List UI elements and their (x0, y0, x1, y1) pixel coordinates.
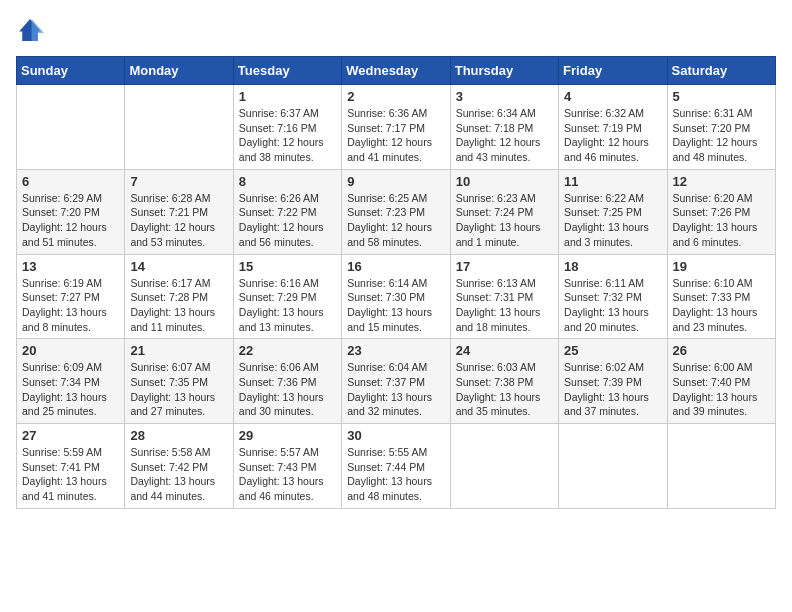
calendar: SundayMondayTuesdayWednesdayThursdayFrid… (16, 56, 776, 509)
day-info: Sunrise: 6:09 AM Sunset: 7:34 PM Dayligh… (22, 360, 119, 419)
day-number: 2 (347, 89, 444, 104)
day-number: 8 (239, 174, 336, 189)
day-info: Sunrise: 6:22 AM Sunset: 7:25 PM Dayligh… (564, 191, 661, 250)
day-number: 7 (130, 174, 227, 189)
day-number: 24 (456, 343, 553, 358)
day-info: Sunrise: 6:29 AM Sunset: 7:20 PM Dayligh… (22, 191, 119, 250)
day-info: Sunrise: 6:28 AM Sunset: 7:21 PM Dayligh… (130, 191, 227, 250)
day-number: 13 (22, 259, 119, 274)
day-number: 22 (239, 343, 336, 358)
calendar-cell (667, 424, 775, 509)
calendar-cell: 20Sunrise: 6:09 AM Sunset: 7:34 PM Dayli… (17, 339, 125, 424)
calendar-day-header: Wednesday (342, 57, 450, 85)
day-number: 10 (456, 174, 553, 189)
calendar-cell (125, 85, 233, 170)
calendar-day-header: Thursday (450, 57, 558, 85)
day-info: Sunrise: 6:20 AM Sunset: 7:26 PM Dayligh… (673, 191, 770, 250)
calendar-cell: 9Sunrise: 6:25 AM Sunset: 7:23 PM Daylig… (342, 169, 450, 254)
day-info: Sunrise: 5:57 AM Sunset: 7:43 PM Dayligh… (239, 445, 336, 504)
day-number: 17 (456, 259, 553, 274)
svg-marker-1 (32, 19, 44, 41)
calendar-cell: 11Sunrise: 6:22 AM Sunset: 7:25 PM Dayli… (559, 169, 667, 254)
calendar-cell: 19Sunrise: 6:10 AM Sunset: 7:33 PM Dayli… (667, 254, 775, 339)
day-number: 23 (347, 343, 444, 358)
day-info: Sunrise: 6:06 AM Sunset: 7:36 PM Dayligh… (239, 360, 336, 419)
calendar-cell: 13Sunrise: 6:19 AM Sunset: 7:27 PM Dayli… (17, 254, 125, 339)
day-info: Sunrise: 6:04 AM Sunset: 7:37 PM Dayligh… (347, 360, 444, 419)
day-number: 18 (564, 259, 661, 274)
calendar-cell: 4Sunrise: 6:32 AM Sunset: 7:19 PM Daylig… (559, 85, 667, 170)
calendar-cell: 16Sunrise: 6:14 AM Sunset: 7:30 PM Dayli… (342, 254, 450, 339)
calendar-cell: 12Sunrise: 6:20 AM Sunset: 7:26 PM Dayli… (667, 169, 775, 254)
calendar-day-header: Saturday (667, 57, 775, 85)
day-info: Sunrise: 6:16 AM Sunset: 7:29 PM Dayligh… (239, 276, 336, 335)
calendar-cell (17, 85, 125, 170)
calendar-cell: 27Sunrise: 5:59 AM Sunset: 7:41 PM Dayli… (17, 424, 125, 509)
calendar-cell: 23Sunrise: 6:04 AM Sunset: 7:37 PM Dayli… (342, 339, 450, 424)
day-number: 5 (673, 89, 770, 104)
logo-icon (16, 16, 44, 44)
day-number: 30 (347, 428, 444, 443)
calendar-day-header: Tuesday (233, 57, 341, 85)
calendar-cell: 25Sunrise: 6:02 AM Sunset: 7:39 PM Dayli… (559, 339, 667, 424)
calendar-cell: 6Sunrise: 6:29 AM Sunset: 7:20 PM Daylig… (17, 169, 125, 254)
calendar-cell (559, 424, 667, 509)
day-number: 26 (673, 343, 770, 358)
calendar-header-row: SundayMondayTuesdayWednesdayThursdayFrid… (17, 57, 776, 85)
calendar-cell: 24Sunrise: 6:03 AM Sunset: 7:38 PM Dayli… (450, 339, 558, 424)
day-info: Sunrise: 6:00 AM Sunset: 7:40 PM Dayligh… (673, 360, 770, 419)
day-number: 6 (22, 174, 119, 189)
day-info: Sunrise: 6:13 AM Sunset: 7:31 PM Dayligh… (456, 276, 553, 335)
day-info: Sunrise: 6:02 AM Sunset: 7:39 PM Dayligh… (564, 360, 661, 419)
day-number: 3 (456, 89, 553, 104)
calendar-cell: 30Sunrise: 5:55 AM Sunset: 7:44 PM Dayli… (342, 424, 450, 509)
page-header (16, 16, 776, 44)
day-info: Sunrise: 6:23 AM Sunset: 7:24 PM Dayligh… (456, 191, 553, 250)
calendar-cell: 3Sunrise: 6:34 AM Sunset: 7:18 PM Daylig… (450, 85, 558, 170)
day-info: Sunrise: 6:03 AM Sunset: 7:38 PM Dayligh… (456, 360, 553, 419)
calendar-week-row: 27Sunrise: 5:59 AM Sunset: 7:41 PM Dayli… (17, 424, 776, 509)
calendar-cell: 7Sunrise: 6:28 AM Sunset: 7:21 PM Daylig… (125, 169, 233, 254)
calendar-cell: 10Sunrise: 6:23 AM Sunset: 7:24 PM Dayli… (450, 169, 558, 254)
calendar-cell: 2Sunrise: 6:36 AM Sunset: 7:17 PM Daylig… (342, 85, 450, 170)
calendar-week-row: 6Sunrise: 6:29 AM Sunset: 7:20 PM Daylig… (17, 169, 776, 254)
day-info: Sunrise: 6:17 AM Sunset: 7:28 PM Dayligh… (130, 276, 227, 335)
day-info: Sunrise: 6:07 AM Sunset: 7:35 PM Dayligh… (130, 360, 227, 419)
day-info: Sunrise: 6:10 AM Sunset: 7:33 PM Dayligh… (673, 276, 770, 335)
calendar-week-row: 13Sunrise: 6:19 AM Sunset: 7:27 PM Dayli… (17, 254, 776, 339)
day-info: Sunrise: 6:25 AM Sunset: 7:23 PM Dayligh… (347, 191, 444, 250)
calendar-cell (450, 424, 558, 509)
calendar-cell: 28Sunrise: 5:58 AM Sunset: 7:42 PM Dayli… (125, 424, 233, 509)
day-number: 20 (22, 343, 119, 358)
calendar-cell: 1Sunrise: 6:37 AM Sunset: 7:16 PM Daylig… (233, 85, 341, 170)
calendar-cell: 22Sunrise: 6:06 AM Sunset: 7:36 PM Dayli… (233, 339, 341, 424)
day-number: 21 (130, 343, 227, 358)
calendar-cell: 29Sunrise: 5:57 AM Sunset: 7:43 PM Dayli… (233, 424, 341, 509)
calendar-day-header: Friday (559, 57, 667, 85)
day-number: 27 (22, 428, 119, 443)
calendar-day-header: Monday (125, 57, 233, 85)
calendar-cell: 15Sunrise: 6:16 AM Sunset: 7:29 PM Dayli… (233, 254, 341, 339)
calendar-day-header: Sunday (17, 57, 125, 85)
calendar-cell: 8Sunrise: 6:26 AM Sunset: 7:22 PM Daylig… (233, 169, 341, 254)
calendar-cell: 21Sunrise: 6:07 AM Sunset: 7:35 PM Dayli… (125, 339, 233, 424)
calendar-cell: 17Sunrise: 6:13 AM Sunset: 7:31 PM Dayli… (450, 254, 558, 339)
day-number: 19 (673, 259, 770, 274)
day-info: Sunrise: 5:55 AM Sunset: 7:44 PM Dayligh… (347, 445, 444, 504)
day-info: Sunrise: 5:59 AM Sunset: 7:41 PM Dayligh… (22, 445, 119, 504)
day-info: Sunrise: 6:37 AM Sunset: 7:16 PM Dayligh… (239, 106, 336, 165)
day-info: Sunrise: 6:31 AM Sunset: 7:20 PM Dayligh… (673, 106, 770, 165)
day-info: Sunrise: 5:58 AM Sunset: 7:42 PM Dayligh… (130, 445, 227, 504)
day-number: 11 (564, 174, 661, 189)
day-number: 29 (239, 428, 336, 443)
day-number: 12 (673, 174, 770, 189)
day-info: Sunrise: 6:11 AM Sunset: 7:32 PM Dayligh… (564, 276, 661, 335)
day-number: 15 (239, 259, 336, 274)
day-info: Sunrise: 6:19 AM Sunset: 7:27 PM Dayligh… (22, 276, 119, 335)
day-info: Sunrise: 6:34 AM Sunset: 7:18 PM Dayligh… (456, 106, 553, 165)
calendar-week-row: 1Sunrise: 6:37 AM Sunset: 7:16 PM Daylig… (17, 85, 776, 170)
day-number: 1 (239, 89, 336, 104)
day-number: 9 (347, 174, 444, 189)
calendar-cell: 26Sunrise: 6:00 AM Sunset: 7:40 PM Dayli… (667, 339, 775, 424)
calendar-week-row: 20Sunrise: 6:09 AM Sunset: 7:34 PM Dayli… (17, 339, 776, 424)
